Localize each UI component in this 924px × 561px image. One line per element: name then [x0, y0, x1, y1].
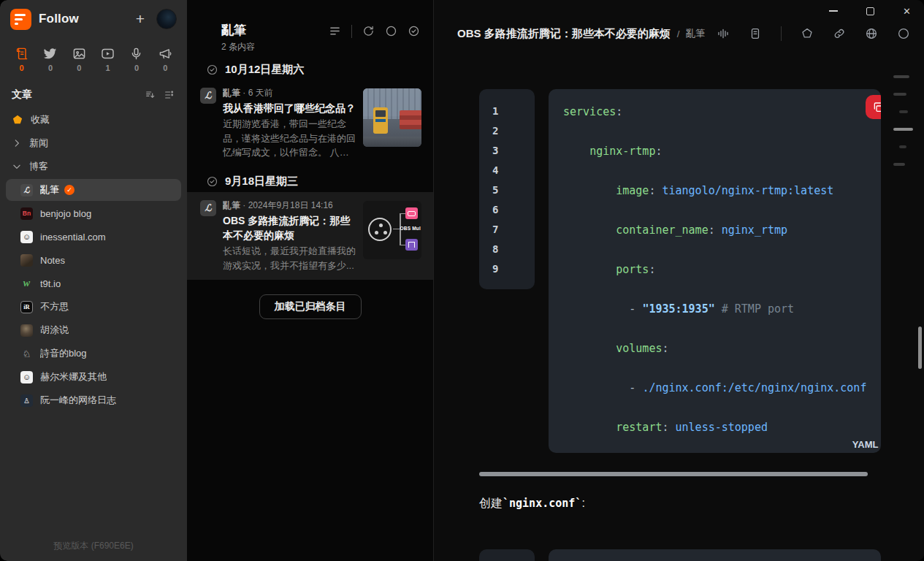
- sidebar-folder-blog[interactable]: 博客: [6, 156, 181, 178]
- tts-waveform-icon[interactable]: [717, 27, 730, 40]
- entry-thumbnail-hongkong-photo: [363, 88, 421, 147]
- sidebar-feed-luanbi[interactable]: ℒ 亂筆 ✓: [6, 179, 181, 201]
- toc-item-active[interactable]: [893, 128, 913, 131]
- entry-list-header: 亂筆 2 条内容: [187, 20, 433, 55]
- twitch-icon: [405, 239, 418, 251]
- unread-circle-icon[interactable]: [385, 25, 397, 37]
- article-title: OBS 多路推流折腾记：那些本不必要的麻烦: [457, 27, 671, 41]
- sidebar-folder-news[interactable]: 新闻: [6, 132, 181, 154]
- entry-item-obs[interactable]: ℒ 亂筆 · 2024年9月18日 14:16 OBS 多路推流折腾记：那些本不…: [187, 192, 433, 280]
- code-line: container_name: nginx_rtmp: [563, 210, 866, 250]
- app-window: Follow + 0 0 0 1 0: [0, 0, 924, 561]
- section-header: 文章: [0, 78, 187, 106]
- feed-favicon: Bn: [20, 207, 33, 220]
- category-picture[interactable]: 0: [65, 44, 93, 75]
- feed-list: 收藏 新闻 博客 ℒ 亂筆 ✓ Bn benjojo blog ☺ inesse: [0, 106, 187, 414]
- maximize-icon: [866, 7, 874, 15]
- code-line-numbers: [479, 549, 535, 561]
- close-button[interactable]: ✕: [888, 0, 924, 22]
- copy-icon: [872, 102, 881, 113]
- category-count: 1: [106, 64, 110, 72]
- entry-item-hongkong[interactable]: ℒ 亂筆 · 6 天前 我从香港带回了哪些纪念品？ 近期游览香港，带回一些纪念品…: [187, 80, 433, 167]
- category-article[interactable]: 0: [7, 44, 36, 75]
- reader-pane: ✕ OBS 多路推流折腾记：那些本不必要的麻烦 / 亂筆 1 2 3: [433, 0, 924, 561]
- feed-favicon: ♘: [20, 348, 33, 360]
- code-line: - ./nginx.conf:/etc/nginx/nginx.conf: [563, 368, 866, 408]
- sidebar-feed-hutushuo[interactable]: 胡涂说: [6, 319, 181, 341]
- microphone-icon: [129, 47, 143, 61]
- category-count: 0: [48, 64, 53, 72]
- refresh-icon[interactable]: [362, 25, 375, 37]
- feed-favicon: iR: [20, 301, 33, 313]
- picture-icon: [72, 47, 86, 61]
- view-options-icon[interactable]: [329, 25, 341, 37]
- breadcrumb-feed[interactable]: 亂筆: [686, 27, 705, 40]
- feed-favicon: ☺: [20, 231, 33, 243]
- category-tabs: 0 0 0 1 0 0: [0, 38, 187, 78]
- feed-favicon: ♙: [20, 394, 33, 407]
- category-count: 0: [20, 64, 24, 72]
- article-icon: [15, 47, 28, 61]
- code-block-next: [479, 549, 881, 561]
- code-panel: [549, 549, 881, 561]
- category-audio[interactable]: 0: [122, 44, 150, 75]
- toc-item[interactable]: [893, 163, 905, 166]
- feed-favicon: w: [20, 278, 33, 290]
- copy-code-button[interactable]: [866, 95, 881, 119]
- code-line: volumes:: [563, 329, 866, 368]
- check-circle-icon[interactable]: [206, 64, 218, 76]
- minimize-button[interactable]: [815, 0, 852, 22]
- video-icon: [101, 47, 115, 61]
- entry-feed-icon: ℒ: [200, 200, 216, 216]
- version-label: 预览版本 (F690E6E): [0, 540, 187, 552]
- sidebar-feed-t9t[interactable]: w t9t.io: [6, 272, 181, 294]
- toc-indicator: [893, 75, 915, 180]
- toc-item[interactable]: [893, 93, 906, 96]
- category-social[interactable]: 0: [36, 44, 64, 75]
- load-archived-button[interactable]: 加载已归档条目: [259, 294, 362, 319]
- sort-icon[interactable]: [145, 89, 156, 101]
- maximize-button[interactable]: [852, 0, 888, 22]
- entry-meta: 亂筆 · 6 天前: [223, 87, 356, 99]
- sidebar-item-favorites[interactable]: 收藏: [6, 109, 181, 131]
- sidebar-feed-shiin[interactable]: ♘ 詩音的blog: [6, 343, 181, 365]
- bilibili-icon: [405, 207, 418, 219]
- code-panel: services: nginx-rtmp: image: tiangolo/ng…: [549, 89, 881, 453]
- entry-meta: 亂筆 · 2024年9月18日 14:16: [223, 199, 356, 212]
- horizontal-scrollbar[interactable]: [479, 472, 868, 476]
- category-notification[interactable]: 0: [151, 44, 180, 75]
- pentagon-star-icon: [12, 114, 23, 126]
- star-pentagon-icon[interactable]: [801, 27, 814, 40]
- sidebar-feed-inessential[interactable]: ☺ inessential.com: [6, 226, 181, 248]
- toc-item[interactable]: [899, 110, 908, 113]
- verified-badge-icon: ✓: [64, 185, 75, 195]
- code-line: restart: unless-stopped: [563, 408, 866, 447]
- sidebar: Follow + 0 0 0 1 0: [0, 0, 187, 561]
- feed-favicon: ℒ: [20, 184, 33, 196]
- vertical-scrollbar[interactable]: [918, 327, 922, 369]
- group-order-icon[interactable]: [164, 89, 175, 101]
- obs-logo-icon: [368, 218, 392, 241]
- sidebar-feed-benjojo[interactable]: Bn benjojo blog: [6, 202, 181, 224]
- toc-item[interactable]: [893, 75, 909, 78]
- sidebar-feed-hermina[interactable]: ☺ 赫尔米娜及其他: [6, 366, 181, 388]
- open-in-browser-globe-icon[interactable]: [865, 27, 878, 40]
- code-language-label: YAML: [852, 439, 879, 450]
- mark-all-read-icon[interactable]: [408, 25, 420, 37]
- toc-item[interactable]: [899, 145, 906, 148]
- divider: [351, 25, 352, 38]
- megaphone-icon: [159, 47, 172, 61]
- mark-read-circle-icon[interactable]: [897, 27, 910, 40]
- entry-excerpt: 近期游览香港，带回一些纪念品，谨将这些纪念品与在港的回忆编写成文，以作留念。 八…: [223, 117, 356, 160]
- readability-doc-icon[interactable]: [749, 27, 762, 40]
- category-video[interactable]: 1: [93, 44, 122, 75]
- sidebar-feed-bufangsi[interactable]: iR 不方思: [6, 296, 181, 318]
- sidebar-feed-ruanyifeng[interactable]: ♙ 阮一峰的网络日志: [6, 389, 181, 411]
- copy-link-icon[interactable]: [833, 27, 846, 40]
- chevron-right-icon: [12, 138, 22, 148]
- sidebar-feed-notes[interactable]: Notes: [6, 249, 181, 271]
- add-subscription-button[interactable]: +: [130, 10, 150, 28]
- window-controls: ✕: [815, 0, 924, 22]
- user-avatar[interactable]: [156, 9, 177, 29]
- check-circle-icon[interactable]: [206, 175, 218, 188]
